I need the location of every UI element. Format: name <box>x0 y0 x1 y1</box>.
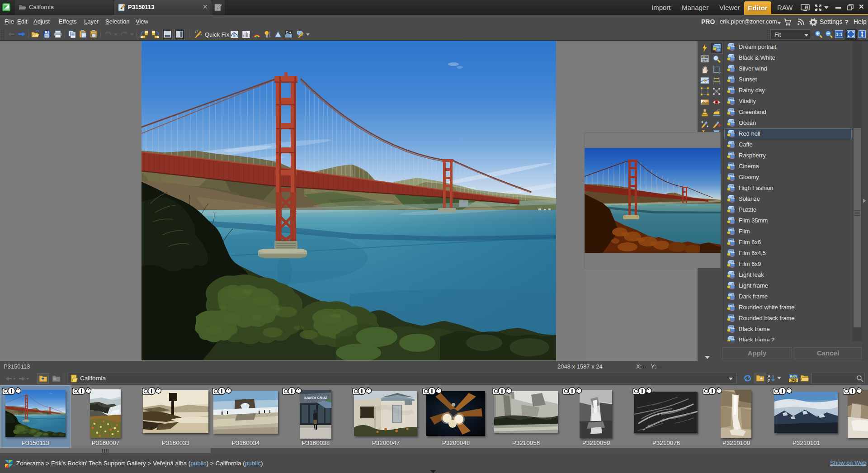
svg-text:SANTA CRUZ: SANTA CRUZ <box>304 396 327 400</box>
svg-text:1:1: 1:1 <box>836 32 843 37</box>
svg-text:Z: Z <box>768 378 770 383</box>
svg-text:RAW: RAW <box>790 375 797 378</box>
svg-text:A: A <box>768 374 771 378</box>
svg-text:2: 2 <box>806 6 807 9</box>
svg-text:JPG: JPG <box>790 379 796 382</box>
